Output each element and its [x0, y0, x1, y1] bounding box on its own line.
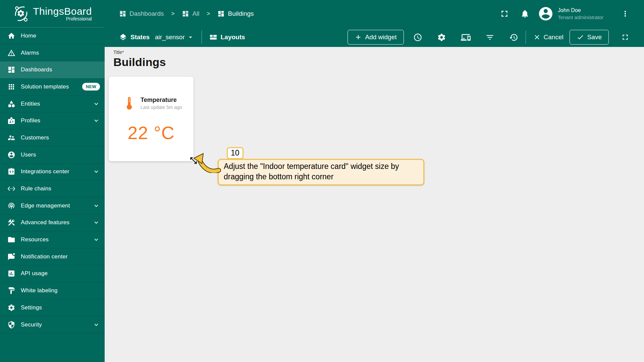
temperature-widget[interactable]: Temperature Last update 5m ago 22 °C — [109, 77, 194, 161]
dropdown-caret-icon — [187, 34, 194, 41]
sidebar-item-white-labeling[interactable]: White labeling — [0, 282, 105, 299]
sidebar: ThingsBoard Professional Home Alarms Das… — [0, 0, 105, 362]
sidebar-item-resources[interactable]: Resources — [0, 231, 105, 248]
security-icon — [7, 321, 15, 329]
alarms-icon — [7, 49, 15, 57]
sidebar-item-dashboards[interactable]: Dashboards — [0, 61, 105, 78]
settings-icon — [7, 304, 15, 312]
version-history-button[interactable] — [509, 33, 518, 42]
breadcrumb-item-dashboards[interactable]: Dashboards — [119, 10, 164, 17]
api-usage-icon — [7, 269, 15, 278]
user-menu[interactable]: John Doe Tenant administrator — [558, 7, 603, 21]
sidebar-item-label: Integrations center — [21, 168, 69, 175]
users-icon — [7, 151, 15, 159]
state-select[interactable]: air_sensor — [155, 34, 194, 41]
sidebar-item-label: Rule chains — [21, 185, 51, 192]
manage-layouts-button[interactable] — [461, 33, 471, 42]
breadcrumb: Dashboards > All > Buildings — [119, 10, 254, 17]
breadcrumb-item-all[interactable]: All — [182, 10, 199, 17]
filter-button[interactable] — [485, 33, 494, 42]
time-window-button[interactable] — [413, 33, 422, 42]
cancel-button[interactable]: Cancel — [533, 34, 564, 41]
fullscreen-button[interactable] — [499, 9, 509, 19]
sidebar-item-label: Resources — [21, 236, 49, 243]
breadcrumb-item-buildings[interactable]: Buildings — [217, 10, 254, 17]
user-name: John Doe — [558, 7, 603, 14]
sidebar-item-label: Solution templates — [21, 83, 69, 90]
solution-templates-icon — [7, 83, 15, 91]
layouts-button[interactable]: Layouts — [209, 33, 245, 41]
save-button[interactable]: Save — [570, 30, 609, 45]
sidebar-item-settings[interactable]: Settings — [0, 299, 105, 316]
sidebar-item-rule-chains[interactable]: Rule chains — [0, 180, 105, 197]
dashboard-icon — [119, 10, 126, 17]
customers-icon — [7, 134, 15, 142]
layouts-icon — [209, 33, 217, 41]
sidebar-item-entities[interactable]: Entities — [0, 96, 105, 113]
sidebar-item-integrations-center[interactable]: Integrations center — [0, 164, 105, 181]
top-header: Dashboards > All > Buildings — [105, 0, 644, 47]
assist-step-badge: 10 — [227, 147, 244, 159]
sidebar-item-security[interactable]: Security — [0, 316, 105, 334]
dashboard-settings-button[interactable] — [437, 33, 446, 42]
sidebar-item-label: White labeling — [21, 287, 58, 294]
brand-logo[interactable]: ThingsBoard Professional — [0, 0, 105, 27]
notifications-button[interactable] — [520, 9, 530, 18]
breadcrumb-label: All — [192, 10, 199, 17]
chevron-down-icon — [93, 202, 100, 209]
more-vert-icon — [621, 9, 630, 18]
sidebar-item-label: Dashboards — [21, 66, 52, 73]
states-layers-icon — [119, 33, 127, 41]
sidebar-item-edge-management[interactable]: Edge management — [0, 197, 105, 215]
sidebar-item-label: Customers — [21, 134, 49, 141]
brand-edition: Professional — [66, 16, 92, 21]
dashboard-icon — [182, 10, 189, 17]
breadcrumb-separator: > — [171, 10, 174, 17]
chevron-down-icon — [93, 236, 100, 243]
sidebar-item-profiles[interactable]: Profiles — [0, 112, 105, 129]
sidebar-item-home[interactable]: Home — [0, 27, 105, 45]
sidebar-item-label: Notification center — [21, 253, 68, 260]
fullscreen-icon — [499, 9, 509, 19]
add-widget-button[interactable]: Add widget — [347, 30, 404, 45]
sidebar-item-api-usage[interactable]: API usage — [0, 265, 105, 283]
chevron-down-icon — [93, 117, 100, 124]
widget-header: Temperature Last update 5m ago — [109, 77, 194, 110]
page-title: Buildings — [113, 56, 644, 69]
home-icon — [7, 32, 15, 40]
sidebar-item-label: Advanced features — [21, 219, 69, 226]
sidebar-item-users[interactable]: Users — [0, 146, 105, 164]
dashboard-canvas: Title* Buildings Temperature Last update… — [105, 47, 644, 362]
sidebar-item-label: Edge management — [21, 202, 70, 209]
user-avatar[interactable] — [538, 6, 554, 22]
dashboard-toolbar: States air_sensor Layouts Add widget — [105, 27, 644, 47]
notifications-icon — [520, 9, 530, 18]
user-role: Tenant administrator — [558, 14, 603, 21]
fullscreen-icon — [621, 33, 630, 42]
assist-tooltip: Adjust the "Indoor temperature card" wid… — [218, 159, 424, 185]
more-menu-button[interactable] — [621, 9, 630, 18]
sidebar-item-advanced-features[interactable]: Advanced features — [0, 215, 105, 232]
sidebar-item-alarms[interactable]: Alarms — [0, 45, 105, 62]
assist-arrow-icon — [193, 153, 221, 173]
state-value: air_sensor — [155, 34, 185, 41]
sidebar-item-label: Settings — [21, 304, 42, 311]
sidebar-item-label: Home — [21, 33, 36, 39]
sidebar-item-notification-center[interactable]: Notification center — [0, 248, 105, 265]
title-field-label: Title* — [113, 50, 644, 55]
dashboard-title-field[interactable]: Title* Buildings — [105, 47, 644, 69]
thingsboard-logo-icon — [13, 5, 30, 22]
resources-icon — [7, 236, 15, 244]
sidebar-item-solution-templates[interactable]: Solution templates NEW — [0, 78, 105, 96]
edit-fullscreen-button[interactable] — [621, 33, 630, 42]
widget-title: Temperature — [141, 96, 182, 104]
history-icon — [509, 33, 518, 42]
chevron-down-icon — [93, 100, 100, 108]
toolbar-divider — [526, 31, 526, 44]
sidebar-item-customers[interactable]: Customers — [0, 129, 105, 146]
sidebar-item-label: Profiles — [21, 117, 40, 124]
rule-chains-icon — [7, 185, 15, 193]
devices-icon — [461, 33, 471, 42]
cancel-label: Cancel — [544, 34, 564, 41]
sidebar-item-label: Security — [21, 321, 42, 328]
